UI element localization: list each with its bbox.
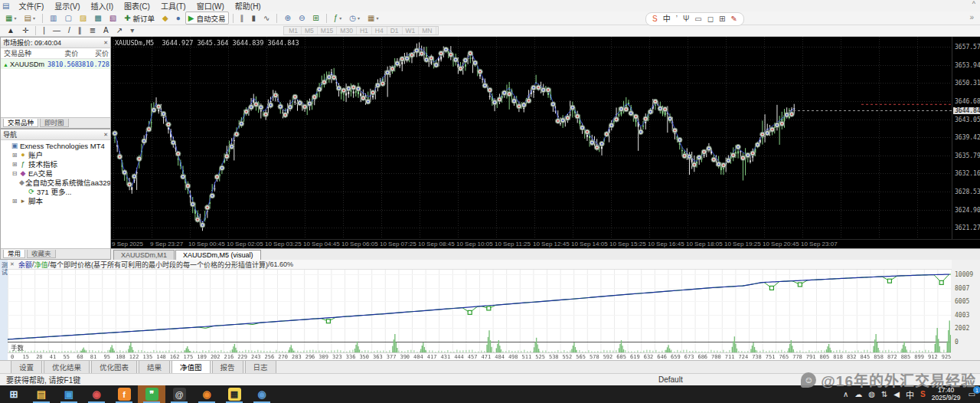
mw-tab-symbols[interactable]: 交易品种 xyxy=(3,119,38,127)
navigator-close-icon[interactable]: ✕ xyxy=(103,132,108,138)
tree-expand-icon[interactable]: ⊞ xyxy=(11,152,18,159)
indicators-button[interactable]: ƒ▾ xyxy=(331,11,345,25)
zoom-in-button[interactable]: ⊕ xyxy=(281,11,293,25)
tray-cloud-icon[interactable]: ☁ xyxy=(854,390,862,398)
trendline-tool[interactable]: / xyxy=(65,25,74,38)
nav-tab-favorites[interactable]: 收藏夹 xyxy=(27,250,56,258)
tester-tab-opt-graph[interactable]: 优化图表 xyxy=(91,361,137,374)
new-order-button[interactable]: ✚新订单 xyxy=(121,11,158,25)
tray-network-icon[interactable]: ⇅ xyxy=(881,390,887,398)
data-window-button[interactable]: ▢ xyxy=(61,11,74,25)
nav-ea-more[interactable]: ⟳371 更多... xyxy=(1,187,110,196)
menu-insert[interactable]: 插入(I) xyxy=(86,2,119,11)
nav-ea-fully-auto[interactable]: ◆全自动交易系统微信aa3290594 xyxy=(1,178,110,187)
navigator-button[interactable]: ▨ xyxy=(77,11,90,25)
taskbar-app-f[interactable]: f xyxy=(110,385,138,403)
periods-button[interactable]: ◷▾ xyxy=(346,11,363,25)
bar-chart-button[interactable]: ∥ xyxy=(237,11,247,25)
taskbar-explorer[interactable]: ▤ xyxy=(28,385,55,403)
menu-help[interactable]: 帮助(H) xyxy=(230,2,266,11)
nav-expert-advisors[interactable]: ⊟◆EA交易 xyxy=(1,169,110,178)
terminal-button[interactable]: ▩ xyxy=(91,11,104,25)
menu-file[interactable]: 文件(F) xyxy=(13,2,49,11)
timeframe-mn[interactable]: MN xyxy=(419,27,436,34)
zoom-out-button[interactable]: ⊖ xyxy=(296,11,308,25)
tile-windows-button[interactable]: ⊞ xyxy=(309,11,322,25)
arrows-tool[interactable]: ↗ xyxy=(113,25,126,38)
taskbar-app-orange[interactable]: ◉ xyxy=(193,385,220,403)
tray-app-icon[interactable]: ◍ xyxy=(868,390,875,398)
tray-volume-icon[interactable]: ◀ xyxy=(893,390,900,398)
chart-tab-m5-visual[interactable]: XAUUSDm,M5 (visual) xyxy=(175,250,261,260)
equity-graph-canvas[interactable] xyxy=(8,270,951,360)
menu-tools[interactable]: 工具(T) xyxy=(155,2,191,11)
candlestick-button[interactable]: ▮ xyxy=(249,11,260,25)
ime-toolbox-icon[interactable]: ⊞ xyxy=(719,14,725,25)
chart-tab-m1[interactable]: XAUUSDm,M1 xyxy=(113,250,175,260)
taskbar-app-yellow[interactable]: ▦ xyxy=(220,385,248,403)
timeframe-w1[interactable]: W1 xyxy=(403,27,420,34)
timeframe-h4[interactable]: H4 xyxy=(372,27,387,34)
metaeditor-button[interactable]: ◆ xyxy=(159,11,172,25)
community-button[interactable]: ● xyxy=(173,11,184,25)
timeframe-d1[interactable]: D1 xyxy=(387,27,403,34)
ime-punctuation-icon[interactable]: ’ xyxy=(676,14,678,25)
toolbar-overflow-chevron-icon[interactable]: » xyxy=(969,13,974,21)
tester-tab-graph[interactable]: 净值图 xyxy=(172,361,211,374)
strategy-tester-button[interactable]: ▧ xyxy=(106,11,119,25)
vertical-line-tool[interactable]: | xyxy=(40,25,48,38)
nav-accounts[interactable]: ⊞●账户 xyxy=(1,150,110,159)
mw-tab-tick-chart[interactable]: 即时图 xyxy=(40,119,69,127)
tray-sogou-icon[interactable]: S xyxy=(920,390,926,398)
ime-keyboard-icon[interactable]: ▭ xyxy=(694,14,701,25)
line-chart-button[interactable]: ∿ xyxy=(260,11,273,25)
market-watch-button[interactable]: ▥ xyxy=(47,11,60,25)
ime-chinese-icon[interactable]: 中 xyxy=(663,14,671,25)
shapes-tool[interactable]: ▾ xyxy=(127,25,137,38)
timeframe-m30[interactable]: M30 xyxy=(337,27,357,34)
tester-tab-opt-results[interactable]: 优化结果 xyxy=(44,361,90,374)
taskbar-chrome[interactable]: ◉ xyxy=(248,385,276,403)
ime-mic-icon[interactable]: Ψ xyxy=(683,14,689,25)
text-tool[interactable]: A xyxy=(100,25,112,38)
channel-tool[interactable]: ∥ xyxy=(75,25,85,38)
taskbar-app-at[interactable]: @ xyxy=(165,385,193,403)
nav-root-server[interactable]: ▣Exness Technologies MT4 xyxy=(1,141,110,150)
taskbar-app-window[interactable]: ▣ xyxy=(55,385,83,403)
tree-expand-icon[interactable]: ⊞ xyxy=(11,198,18,205)
tree-expand-icon[interactable]: ⊟ xyxy=(11,170,18,177)
sogou-logo-icon[interactable]: S xyxy=(652,14,658,25)
ime-wrench-icon[interactable]: ✎ xyxy=(730,14,737,25)
menu-charts[interactable]: 图表(C) xyxy=(119,2,155,11)
menu-overflow-chevron-icon[interactable]: ^ xyxy=(972,0,975,8)
taskbar-app-red[interactable]: ◉ xyxy=(83,385,110,403)
menu-view[interactable]: 显示(V) xyxy=(49,2,85,11)
start-button[interactable]: ⊞ xyxy=(0,385,28,403)
tester-close-icon[interactable]: ✕ xyxy=(10,261,15,267)
timeframe-m5[interactable]: M5 xyxy=(302,27,318,34)
tester-tab-journal[interactable]: 日志 xyxy=(245,361,276,374)
autotrading-button[interactable]: ▶自动交易 xyxy=(185,11,229,25)
fibonacci-tool[interactable]: ≣ xyxy=(87,25,99,38)
symbol-row-xauusdm[interactable]: ▲XAUUSDm 3810.568 3810.728 xyxy=(1,59,110,69)
crosshair-tool[interactable]: ✛ xyxy=(19,25,31,38)
templates-button[interactable]: ▦▾ xyxy=(364,11,381,25)
taskbar-wechat[interactable]: ❞ xyxy=(138,385,165,403)
timeframe-h1[interactable]: H1 xyxy=(357,27,372,34)
nav-tab-common[interactable]: 常用 xyxy=(3,250,25,258)
cursor-tool[interactable]: ▲ xyxy=(4,25,18,38)
notification-icon[interactable]: ▭ 1 xyxy=(969,390,975,398)
timeframe-m15[interactable]: M15 xyxy=(318,27,338,34)
tray-chevron-icon[interactable]: ∧ xyxy=(843,390,848,398)
tester-tab-report[interactable]: 报告 xyxy=(212,361,243,374)
menu-window[interactable]: 窗口(W) xyxy=(191,2,230,11)
horizontal-line-tool[interactable]: — xyxy=(50,25,64,38)
market-watch-close-icon[interactable]: ✕ xyxy=(103,40,108,46)
tree-expand-icon[interactable]: ⊞ xyxy=(11,161,18,168)
tester-tab-results[interactable]: 结果 xyxy=(139,361,170,374)
ime-skin-icon[interactable]: ◻ xyxy=(707,14,714,25)
price-chart-canvas[interactable] xyxy=(111,37,952,239)
profiles-button[interactable]: ▤▾ xyxy=(21,11,38,25)
nav-indicators[interactable]: ⊞ƒ技术指标 xyxy=(1,159,110,169)
timeframe-m1[interactable]: M1 xyxy=(286,27,302,34)
